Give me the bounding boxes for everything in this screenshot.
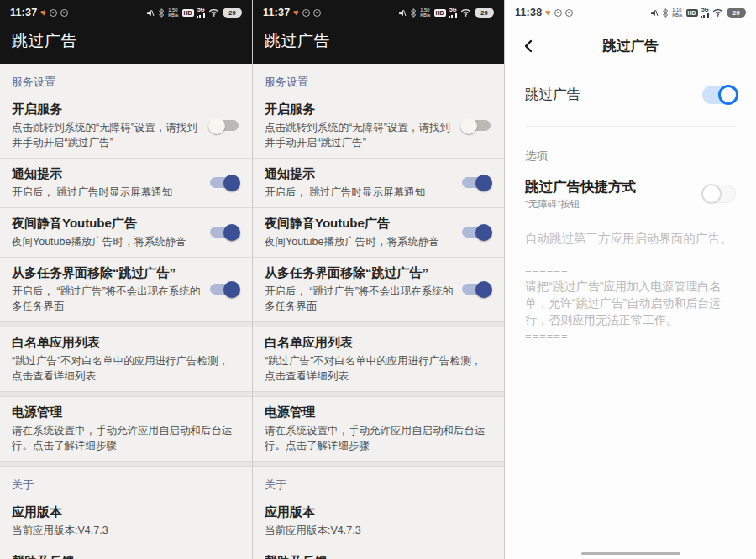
row-title: 跳过广告快捷方式 <box>525 177 636 196</box>
hd-badge: HD <box>434 9 446 17</box>
row-youtube-mute[interactable]: 夜间静音Youtube广告 夜间Youtube播放广告时，将系统静音 <box>253 208 504 257</box>
row-feedback[interactable]: 帮助及反馈 查看应用说明文档，或者向作者提交反馈 <box>253 546 504 559</box>
row-whitelist-text: 白名单应用列表 “跳过广告”不对白名单中的应用进行广告检测，点击查看详细列表 <box>265 334 492 384</box>
row-title: 电源管理 <box>12 404 234 421</box>
row-feedback-text: 帮助及反馈 查看应用说明文档，或者向作者提交反馈 <box>265 553 492 559</box>
row-version[interactable]: 应用版本 当前应用版本:V4.7.3 <box>253 497 504 546</box>
phone-screenshot-1: 11:37 ♥ 1.50 KB/s HD 5G 29 跳过广告 服务设置 开启服 <box>0 0 252 559</box>
hide-recents-toggle[interactable] <box>460 280 492 298</box>
hd-badge: HD <box>686 9 698 17</box>
youtube-mute-toggle[interactable] <box>208 223 240 241</box>
network-speed-unit: KB/s <box>420 13 430 18</box>
status-right-cluster: 1.10 KB/s HD 5G 29 <box>649 8 746 18</box>
row-power[interactable]: 电源管理 请在系统设置中，手动允许应用自启动和后台运行。点击了解详细步骤 <box>253 397 504 461</box>
row-desc: “跳过广告”不对白名单中的应用进行广告检测，点击查看详细列表 <box>12 353 234 384</box>
row-title: 白名单应用列表 <box>12 334 234 351</box>
enable-service-toggle[interactable] <box>208 117 240 134</box>
toggle-thumb <box>475 175 492 191</box>
row-title: 帮助及反馈 <box>265 553 486 559</box>
row-whitelist[interactable]: 白名单应用列表 “跳过广告”不对白名单中的应用进行广告检测，点击查看详细列表 <box>0 327 252 391</box>
row-youtube-mute-text: 夜间静音Youtube广告 夜间Youtube播放广告时，将系统静音 <box>265 215 460 249</box>
row-version-text: 应用版本 当前应用版本:V4.7.3 <box>265 504 492 538</box>
row-title: 夜间静音Youtube广告 <box>12 215 202 232</box>
section-label-service: 服务设置 <box>0 64 252 94</box>
row-title: 夜间静音Youtube广告 <box>265 215 454 232</box>
youtube-mute-toggle[interactable] <box>460 223 492 241</box>
page-content: 跳过广告 选项 跳过广告快捷方式 “无障碍”按钮 自动跳过第三方应用启动界面的广… <box>505 86 756 342</box>
toggle-thumb <box>475 281 492 298</box>
cellular-signal-icon: 5G <box>701 8 709 18</box>
notification-toggle[interactable] <box>460 174 492 191</box>
row-enable-service[interactable]: 开启服务 点击跳转到系统的“无障碍”设置，请找到并手动开启“跳过广告” <box>253 94 504 158</box>
row-feedback[interactable]: 帮助及反馈 查看应用说明文档，或者向作者提交反馈 <box>0 546 252 559</box>
mute-icon <box>145 8 155 18</box>
row-whitelist[interactable]: 白名单应用列表 “跳过广告”不对白名单中的应用进行广告检测，点击查看详细列表 <box>253 327 504 391</box>
row-desc: 当前应用版本:V4.7.3 <box>12 523 234 538</box>
notification-toggle[interactable] <box>208 174 240 191</box>
skip-ads-master-toggle[interactable] <box>702 86 736 104</box>
battery-icon: 29 <box>475 8 494 18</box>
hide-recents-toggle[interactable] <box>208 280 240 298</box>
row-title: 白名单应用列表 <box>265 334 486 351</box>
row-desc: 当前应用版本:V4.7.3 <box>265 523 486 538</box>
network-speed: 1.50 KB/s <box>168 8 179 18</box>
row-title: 通知提示 <box>12 165 202 182</box>
status-misc-icon-1 <box>554 9 562 17</box>
row-desc: 点击跳转到系统的“无障碍”设置，请找到并手动开启“跳过广告” <box>12 120 202 150</box>
network-speed-unit: KB/s <box>672 13 682 18</box>
row-desc: 点击跳转到系统的“无障碍”设置，请找到并手动开启“跳过广告” <box>265 120 454 150</box>
row-desc: “跳过广告”不对白名单中的应用进行广告检测，点击查看详细列表 <box>265 353 486 384</box>
back-button[interactable] <box>520 38 537 55</box>
phone-screenshot-2: 11:37 ♥ 1.50 KB/s HD 5G 29 跳过广告 服务设置 开启服 <box>252 0 504 559</box>
row-youtube-mute-text: 夜间静音Youtube广告 夜间Youtube播放广告时，将系统静音 <box>12 215 208 249</box>
row-title: 应用版本 <box>265 504 486 520</box>
notice-block: ====== 请把“跳过广告”应用加入电源管理白名单，允许“跳过广告”自动启动和… <box>525 264 736 342</box>
enable-service-toggle[interactable] <box>460 117 492 134</box>
row-power-text: 电源管理 请在系统设置中，手动允许应用自启动和后台运行。点击了解详细步骤 <box>265 404 492 453</box>
toggle-thumb <box>223 175 240 191</box>
status-left-cluster: 11:38 ♥ <box>515 7 573 18</box>
row-hide-recents[interactable]: 从多任务界面移除“跳过广告” 开启后， “跳过广告”将不会出现在系统的多任务界面 <box>253 258 504 321</box>
heart-icon: ♥ <box>292 8 299 17</box>
section-label-about: 关于 <box>253 467 504 497</box>
toggle-thumb <box>223 224 240 241</box>
toggle-thumb <box>701 184 722 204</box>
row-title: 应用版本 <box>12 504 234 520</box>
row-shortcut[interactable]: 跳过广告快捷方式 “无障碍”按钮 <box>525 177 736 211</box>
network-speed-value: 1.50 <box>169 8 178 13</box>
status-misc-icon-1 <box>50 9 57 17</box>
row-power[interactable]: 电源管理 请在系统设置中，手动允许应用自启动和后台运行。点击了解详细步骤 <box>0 397 252 461</box>
row-version[interactable]: 应用版本 当前应用版本:V4.7.3 <box>0 497 252 546</box>
shortcut-toggle[interactable] <box>702 185 736 203</box>
toggle-thumb <box>475 224 492 241</box>
mute-icon <box>397 8 407 18</box>
home-indicator[interactable] <box>581 552 680 556</box>
row-desc: 请在系统设置中，手动允许应用自启动和后台运行。点击了解详细步骤 <box>265 423 486 453</box>
network-speed: 1.10 KB/s <box>672 8 683 18</box>
row-notification[interactable]: 通知提示 开启后， 跳过广告时显示屏幕通知 <box>0 159 252 207</box>
status-right-cluster: 1.50 KB/s HD 5G 29 <box>145 8 242 18</box>
status-bar: 11:38 ♥ 1.10 KB/s HD 5G 29 <box>505 0 756 22</box>
row-hide-recents[interactable]: 从多任务界面移除“跳过广告” 开启后， “跳过广告”将不会出现在系统的多任务界面 <box>0 258 252 321</box>
row-enable-service[interactable]: 开启服务 点击跳转到系统的“无障碍”设置，请找到并手动开启“跳过广告” <box>0 94 252 158</box>
status-time: 11:38 <box>515 7 542 18</box>
row-desc: “无障碍”按钮 <box>525 198 636 211</box>
section-label-options: 选项 <box>525 149 736 164</box>
network-speed-value: 1.10 <box>673 8 682 13</box>
row-notification-text: 通知提示 开启后， 跳过广告时显示屏幕通知 <box>12 165 208 200</box>
row-notification[interactable]: 通知提示 开启后， 跳过广告时显示屏幕通知 <box>253 159 504 207</box>
group-divider <box>253 321 504 327</box>
status-left-cluster: 11:37 ♥ <box>10 7 68 18</box>
status-right-cluster: 1.50 KB/s HD 5G 29 <box>397 8 494 18</box>
row-shortcut-text: 跳过广告快捷方式 “无障碍”按钮 <box>525 177 636 211</box>
row-label: 跳过广告 <box>525 86 580 104</box>
row-title: 从多任务界面移除“跳过广告” <box>265 264 454 281</box>
row-title: 电源管理 <box>265 404 486 421</box>
row-title: 帮助及反馈 <box>12 553 234 559</box>
row-feedback-text: 帮助及反馈 查看应用说明文档，或者向作者提交反馈 <box>12 553 240 559</box>
row-skip-ads-master[interactable]: 跳过广告 <box>525 86 736 104</box>
row-youtube-mute[interactable]: 夜间静音Youtube广告 夜间Youtube播放广告时，将系统静音 <box>0 208 252 257</box>
row-desc: 夜间Youtube播放广告时，将系统静音 <box>265 234 454 249</box>
page-title: 跳过广告 <box>265 30 492 52</box>
group-divider <box>0 391 252 397</box>
